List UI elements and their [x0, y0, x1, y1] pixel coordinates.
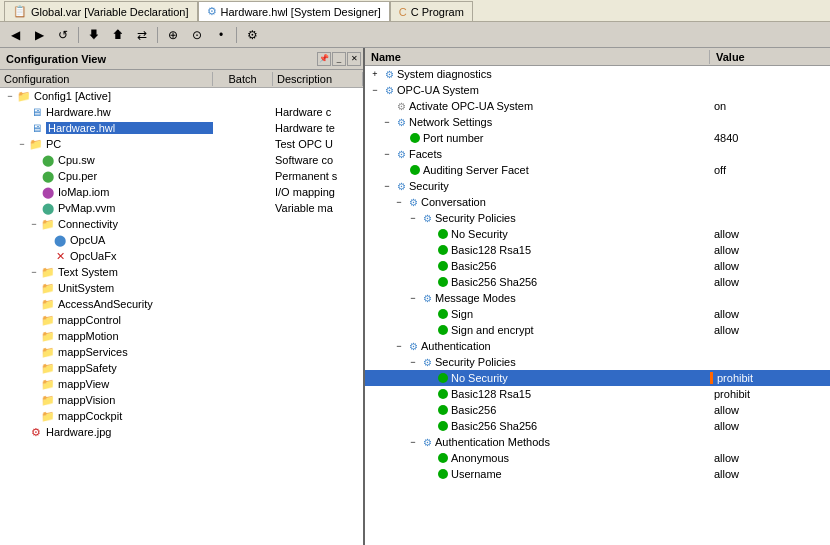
rt-row-security[interactable]: − ⚙ Security — [365, 178, 830, 194]
rt-row-network[interactable]: − ⚙ Network Settings — [365, 114, 830, 130]
tree-row-textsystem[interactable]: − 📁 Text System — [0, 264, 363, 280]
tree-row-config1[interactable]: − 📁 Config1 [Active] — [0, 88, 363, 104]
toolbar-add-btn[interactable]: ⊕ — [162, 25, 184, 45]
rt-row-auditing[interactable]: Auditing Server Facet off — [365, 162, 830, 178]
rt-row-anonymous[interactable]: Anonymous allow — [365, 450, 830, 466]
rt-row-sign-encrypt[interactable]: Sign and encrypt allow — [365, 322, 830, 338]
rt-toggle-sysdiag[interactable]: + — [369, 69, 381, 79]
toggle-mappcontrol[interactable] — [28, 314, 40, 326]
tree-row-pc[interactable]: − 📁 PC Test OPC U — [0, 136, 363, 152]
tree-row-connectivity[interactable]: − 📁 Connectivity — [0, 216, 363, 232]
toggle-hardware-hwl[interactable] — [16, 122, 28, 134]
tree-row-hardware-jpg[interactable]: ⚙ Hardware.jpg — [0, 424, 363, 440]
tree-row-mappvision[interactable]: 📁 mappVision — [0, 392, 363, 408]
rt-row-conversation[interactable]: − ⚙ Conversation — [365, 194, 830, 210]
toolbar-refresh-btn[interactable]: ↺ — [52, 25, 74, 45]
tree-row-mappview[interactable]: 📁 mappView — [0, 376, 363, 392]
rt-toggle-sec-policies[interactable]: − — [407, 213, 419, 223]
toggle-connectivity[interactable]: − — [28, 218, 40, 230]
toolbar-arrows-btn[interactable]: ⇄ — [131, 25, 153, 45]
rt-row-auth-basic128[interactable]: Basic128 Rsa15 prohibit — [365, 386, 830, 402]
rt-row-username[interactable]: Username allow — [365, 466, 830, 482]
toggle-cpu-per[interactable] — [28, 170, 40, 182]
tree-row-hardware-hwl[interactable]: 🖥 Hardware.hwl Hardware te — [0, 120, 363, 136]
rt-toggle-opcua-sys[interactable]: − — [369, 85, 381, 95]
panel-pin-btn[interactable]: 📌 — [317, 52, 331, 66]
tree-row-iomap[interactable]: ⬤ IoMap.iom I/O mapping — [0, 184, 363, 200]
tree-row-pvmap[interactable]: ⬤ PvMap.vvm Variable ma — [0, 200, 363, 216]
rt-row-auth-sec-policies[interactable]: − ⚙ Security Policies — [365, 354, 830, 370]
toolbar-settings-btn[interactable]: ⚙ — [241, 25, 263, 45]
toggle-mappmotion[interactable] — [28, 330, 40, 342]
toggle-pvmap[interactable] — [28, 202, 40, 214]
tree-row-access[interactable]: 📁 AccessAndSecurity — [0, 296, 363, 312]
tree-row-hardware-hw[interactable]: 🖥 Hardware.hw Hardware c — [0, 104, 363, 120]
rt-row-sec-policies[interactable]: − ⚙ Security Policies — [365, 210, 830, 226]
right-tree-area[interactable]: + ⚙ System diagnostics − ⚙ OPC-UA System — [365, 66, 830, 545]
toggle-config1[interactable]: − — [4, 90, 16, 102]
rt-toggle-network[interactable]: − — [381, 117, 393, 127]
toggle-mappservices[interactable] — [28, 346, 40, 358]
rt-row-basic256sha[interactable]: Basic256 Sha256 allow — [365, 274, 830, 290]
toggle-access[interactable] — [28, 298, 40, 310]
rt-row-msg-modes[interactable]: − ⚙ Message Modes — [365, 290, 830, 306]
toggle-pc[interactable]: − — [16, 138, 28, 150]
tree-row-mappservices[interactable]: 📁 mappServices — [0, 344, 363, 360]
toolbar-dot-btn[interactable]: • — [210, 25, 232, 45]
rt-row-basic128[interactable]: Basic128 Rsa15 allow — [365, 242, 830, 258]
rt-toggle-facets[interactable]: − — [381, 149, 393, 159]
toolbar-down-btn[interactable]: 🡇 — [83, 25, 105, 45]
rt-row-facets[interactable]: − ⚙ Facets — [365, 146, 830, 162]
rt-toggle-authentication[interactable]: − — [393, 341, 405, 351]
toggle-hardware-jpg[interactable] — [16, 426, 28, 438]
tab-global[interactable]: 📋 Global.var [Variable Declaration] — [4, 1, 198, 21]
rt-toggle-conversation[interactable]: − — [393, 197, 405, 207]
rt-toggle-security[interactable]: − — [381, 181, 393, 191]
rt-row-auth-basic256sha[interactable]: Basic256 Sha256 allow — [365, 418, 830, 434]
tree-row-cpu-sw[interactable]: ⬤ Cpu.sw Software co — [0, 152, 363, 168]
toggle-mappvision[interactable] — [28, 394, 40, 406]
rt-row-auth-basic256[interactable]: Basic256 allow — [365, 402, 830, 418]
rt-row-no-security[interactable]: No Security allow — [365, 226, 830, 242]
rt-row-sign[interactable]: Sign allow — [365, 306, 830, 322]
toggle-mappview[interactable] — [28, 378, 40, 390]
toolbar-circle-btn[interactable]: ⊙ — [186, 25, 208, 45]
rt-toggle-auth-methods[interactable]: − — [407, 437, 419, 447]
tree-row-mappcontrol[interactable]: 📁 mappControl — [0, 312, 363, 328]
rt-row-port[interactable]: Port number 4840 — [365, 130, 830, 146]
tree-row-mappsafety[interactable]: 📁 mappSafety — [0, 360, 363, 376]
tab-hardware[interactable]: ⚙ Hardware.hwl [System Designer] — [198, 1, 390, 21]
rt-toggle-msg-modes[interactable]: − — [407, 293, 419, 303]
panel-minimize-btn[interactable]: _ — [332, 52, 346, 66]
toggle-iomap[interactable] — [28, 186, 40, 198]
rt-row-sysdiag[interactable]: + ⚙ System diagnostics — [365, 66, 830, 82]
toggle-opcuafx[interactable] — [40, 250, 52, 262]
tree-row-mappcockpit[interactable]: 📁 mappCockpit — [0, 408, 363, 424]
toolbar-forward-btn[interactable]: ▶ — [28, 25, 50, 45]
toolbar-up-btn[interactable]: 🡅 — [107, 25, 129, 45]
toggle-mappcockpit[interactable] — [28, 410, 40, 422]
panel-close-btn[interactable]: ✕ — [347, 52, 361, 66]
rt-row-opcua-sys[interactable]: − ⚙ OPC-UA System — [365, 82, 830, 98]
rt-row-auth-no-security[interactable]: No Security prohibit — [365, 370, 830, 386]
tree-row-opcua[interactable]: ⬤ OpcUA — [0, 232, 363, 248]
rt-row-authentication[interactable]: − ⚙ Authentication — [365, 338, 830, 354]
rt-row-basic256[interactable]: Basic256 allow — [365, 258, 830, 274]
toggle-mappsafety[interactable] — [28, 362, 40, 374]
tree-row-opcuafx[interactable]: ✕ OpcUaFx — [0, 248, 363, 264]
tree-row-unitsystem[interactable]: 📁 UnitSystem — [0, 280, 363, 296]
tree-row-cpu-per[interactable]: ⬤ Cpu.per Permanent s — [0, 168, 363, 184]
toolbar-back-btn[interactable]: ◀ — [4, 25, 26, 45]
left-tree-area[interactable]: − 📁 Config1 [Active] 🖥 Hardware.hw Hardw… — [0, 88, 363, 545]
toggle-opcua[interactable] — [40, 234, 52, 246]
tree-row-mappmotion[interactable]: 📁 mappMotion — [0, 328, 363, 344]
tab-program[interactable]: C C Program — [390, 1, 473, 21]
toggle-unitsystem[interactable] — [28, 282, 40, 294]
toggle-hardware-hw[interactable] — [16, 106, 28, 118]
rt-value-auth-no-security[interactable]: prohibit — [710, 372, 830, 384]
toggle-textsystem[interactable]: − — [28, 266, 40, 278]
toggle-cpu-sw[interactable] — [28, 154, 40, 166]
rt-row-auth-methods[interactable]: − ⚙ Authentication Methods — [365, 434, 830, 450]
rt-row-activate-opcua[interactable]: ⚙ Activate OPC-UA System on — [365, 98, 830, 114]
rt-toggle-auth-sec-policies[interactable]: − — [407, 357, 419, 367]
